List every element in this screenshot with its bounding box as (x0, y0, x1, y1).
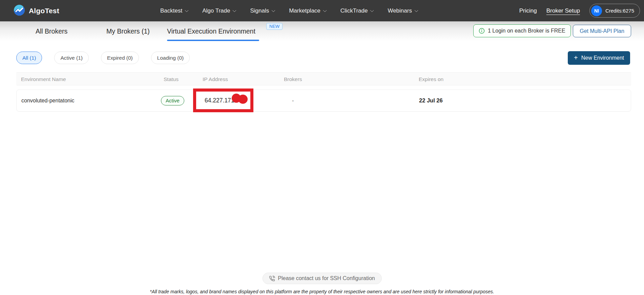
menu-webinars[interactable]: Webinars (388, 7, 418, 14)
main-menu: Backtest Algo Trade Signals Marketplace … (160, 0, 418, 21)
menu-backtest[interactable]: Backtest (160, 7, 188, 14)
tab-my-brokers-label: My Brokers (1) (106, 27, 150, 35)
brand-logo-home[interactable]: AlgoTest (14, 4, 59, 17)
phone-call-icon (269, 276, 275, 281)
ip-redaction-blob (238, 95, 248, 104)
menu-marketplace-label: Marketplace (289, 7, 320, 14)
chevron-down-icon (233, 8, 236, 12)
chevron-down-icon (185, 8, 189, 12)
header-expires-on: Expires on (419, 73, 443, 86)
credits-balance: Credits:6275 (605, 8, 634, 14)
table-row: convoluted-pentatonic Active 64.227.171.… (16, 90, 631, 112)
header-status: Status (164, 73, 179, 86)
filter-all-label: All (1) (22, 55, 36, 61)
filter-active-label: Active (1) (60, 55, 82, 61)
brokers-cell: - (292, 90, 294, 111)
menu-signals-label: Signals (250, 7, 269, 14)
filter-active[interactable]: Active (1) (54, 52, 88, 64)
menu-webinars-label: Webinars (388, 7, 412, 14)
status-badge: Active (161, 96, 184, 105)
get-multi-api-plan-button[interactable]: Get Multi-API Plan (573, 25, 631, 37)
status-cell: Active (161, 90, 184, 111)
brand-name: AlgoTest (29, 7, 59, 15)
free-login-info-text: 1 Login on each Broker is FREE (488, 28, 565, 34)
algotest-logo-icon (14, 4, 25, 17)
filter-all[interactable]: All (1) (16, 52, 42, 64)
active-tab-underline (167, 40, 259, 41)
expires-on-cell: 22 Jul 26 (419, 90, 443, 111)
tab-vee-label: Virtual Execution Environment (167, 27, 255, 35)
pricing-link[interactable]: Pricing (519, 7, 537, 14)
tab-all-brokers[interactable]: All Brokers (36, 21, 67, 41)
filter-loading-label: Loading (0) (157, 55, 184, 61)
environments-table: Environment Name Status IP Address Broke… (16, 72, 631, 85)
new-environment-button[interactable]: + New Environment (568, 51, 630, 65)
filter-expired[interactable]: Expired (0) (101, 52, 139, 64)
menu-backtest-label: Backtest (160, 7, 182, 14)
get-multi-api-plan-label: Get Multi-API Plan (580, 28, 624, 34)
tab-strip: All Brokers My Brokers (1) Virtual Execu… (0, 21, 644, 41)
filter-loading[interactable]: Loading (0) (151, 52, 190, 64)
user-avatar: NI (591, 5, 602, 16)
top-navbar: AlgoTest Backtest Algo Trade Signals Mar… (0, 0, 644, 21)
tab-all-brokers-label: All Brokers (36, 27, 67, 35)
chevron-down-icon (272, 8, 275, 12)
menu-clicktrade[interactable]: ClickTrade (340, 7, 374, 14)
ssh-configuration-text: Please contact us for SSH Configuration (278, 275, 375, 281)
free-login-info-banner: 1 Login on each Broker is FREE (473, 24, 571, 37)
header-environment-name: Environment Name (21, 73, 66, 86)
menu-signals[interactable]: Signals (250, 7, 275, 14)
info-icon (479, 28, 485, 34)
nav-right-group: Pricing Broker Setup NI Credits:6275 (519, 4, 640, 18)
trademark-disclaimer: *All trade marks, logos, and brand names… (0, 289, 644, 294)
account-credits-pill[interactable]: NI Credits:6275 (589, 4, 640, 18)
chevron-down-icon (323, 8, 327, 12)
page: AlgoTest Backtest Algo Trade Signals Mar… (0, 0, 644, 295)
environment-name-cell: convoluted-pentatonic (21, 90, 75, 111)
chevron-down-icon (370, 8, 374, 12)
new-environment-label: New Environment (581, 55, 624, 61)
header-ip-address: IP Address (203, 73, 228, 86)
tab-virtual-execution-environment[interactable]: Virtual Execution Environment (167, 21, 255, 41)
header-brokers: Brokers (284, 73, 302, 86)
tab-my-brokers[interactable]: My Brokers (1) (106, 21, 150, 41)
table-header-row: Environment Name Status IP Address Broke… (16, 72, 631, 85)
menu-clicktrade-label: ClickTrade (340, 7, 368, 14)
ssh-configuration-contact-button[interactable]: Please contact us for SSH Configuration (262, 273, 381, 284)
menu-marketplace[interactable]: Marketplace (289, 7, 326, 14)
menu-algo-trade-label: Algo Trade (202, 7, 230, 14)
filter-expired-label: Expired (0) (107, 55, 133, 61)
menu-algo-trade[interactable]: Algo Trade (202, 7, 236, 14)
environment-filters: All (1) Active (1) Expired (0) Loading (… (16, 52, 190, 64)
new-feature-badge: NEW (266, 23, 283, 30)
plus-icon: + (574, 54, 578, 61)
chevron-down-icon (414, 8, 418, 12)
broker-setup-link[interactable]: Broker Setup (546, 7, 580, 14)
